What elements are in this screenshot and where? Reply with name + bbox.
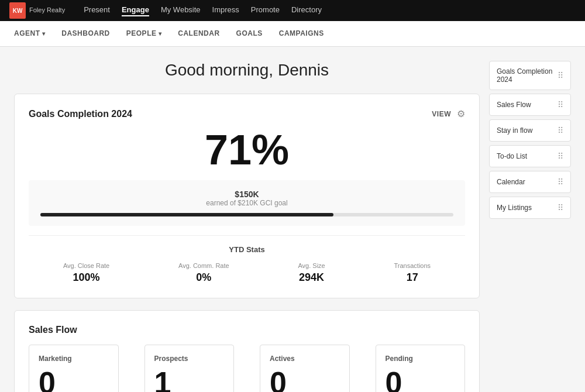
ytd-value-avg-size: 294K — [298, 271, 325, 284]
nav-promote[interactable]: Promote — [251, 5, 280, 16]
sidebar-widget-goals[interactable]: Goals Completion 2024 ⠿ — [489, 61, 571, 90]
drag-icon-listings: ⠿ — [558, 203, 563, 212]
goals-view-link[interactable]: VIEW — [432, 110, 451, 118]
ytd-value-close-rate: 100% — [63, 271, 109, 284]
sidebar-label-salesflow: Sales Flow — [497, 101, 531, 109]
sidebar-label-todo: To-do List — [497, 152, 527, 160]
goals-card-actions: VIEW ⚙ — [432, 108, 465, 119]
ytd-stat-comm-rate: Avg. Comm. Rate 0% — [178, 262, 229, 284]
logo: KW Foley Realty — [9, 2, 65, 19]
drag-icon-goals: ⠿ — [558, 71, 563, 80]
content-area: Good morning, Dennis Goals Completion 20… — [14, 61, 480, 392]
flow-stage-prospects: Prospects 1 1 people 1 transactions — [144, 345, 235, 392]
progress-bar-fill — [40, 213, 333, 216]
nav-my-website[interactable]: My Website — [161, 5, 201, 16]
subnav-campaigns[interactable]: CAMPAIGNS — [279, 21, 324, 47]
ytd-label-comm-rate: Avg. Comm. Rate — [178, 262, 229, 269]
flow-count-prospects: 1 — [154, 367, 225, 392]
nav-present[interactable]: Present — [84, 5, 110, 16]
sales-flow-card: Sales Flow Marketing 0 0 people 0 transa… — [14, 310, 480, 392]
main-layout: Good morning, Dennis Goals Completion 20… — [0, 47, 585, 392]
sidebar-label-calendar: Calendar — [497, 178, 525, 186]
sidebar-widget-listings[interactable]: My Listings ⠿ — [489, 197, 571, 219]
subnav-people[interactable]: PEOPLE — [126, 21, 161, 47]
flow-count-actives: 0 — [270, 367, 340, 392]
nav-directory[interactable]: Directory — [291, 5, 322, 16]
sidebar-widget-salesflow[interactable]: Sales Flow ⠿ — [489, 94, 571, 116]
goals-completion-card: Goals Completion 2024 VIEW ⚙ 71% $150K e… — [14, 94, 480, 298]
top-nav: KW Foley Realty Present Engage My Websit… — [0, 0, 585, 21]
flow-stage-pending: Pending 0 0 people 0 transactions — [376, 345, 466, 392]
greeting: Good morning, Dennis — [14, 61, 480, 80]
drag-icon-todo: ⠿ — [558, 152, 563, 161]
logo-subtitle: Foley Realty — [29, 6, 65, 14]
arrow-3: → — [357, 345, 369, 392]
ytd-label-avg-size: Avg. Size — [298, 262, 325, 269]
nav-impress[interactable]: Impress — [212, 5, 239, 16]
sidebar-widget-calendar[interactable]: Calendar ⠿ — [489, 171, 571, 193]
arrow-2: → — [241, 345, 253, 392]
flow-title-prospects: Prospects — [154, 355, 225, 363]
flow-stage-actives: Actives 0 0 people 0 transactions — [260, 345, 350, 392]
ytd-title: YTD Stats — [29, 245, 465, 254]
ytd-stat-avg-size: Avg. Size 294K — [298, 262, 325, 284]
subnav-agent[interactable]: AGENT — [14, 21, 45, 47]
goals-card-title: Goals Completion 2024 — [29, 109, 132, 119]
flow-title-pending: Pending — [386, 355, 456, 363]
ytd-value-comm-rate: 0% — [178, 271, 229, 284]
goals-card-header: Goals Completion 2024 VIEW ⚙ — [29, 108, 465, 119]
flow-count-marketing: 0 — [39, 367, 109, 392]
flow-count-pending: 0 — [386, 367, 456, 392]
ytd-value-transactions: 17 — [394, 271, 431, 284]
earned-sublabel: earned of $210K GCI goal — [40, 199, 453, 207]
logo-icon: KW — [9, 2, 26, 19]
top-nav-links: Present Engage My Website Impress Promot… — [84, 5, 322, 16]
ytd-stats: Avg. Close Rate 100% Avg. Comm. Rate 0% … — [29, 262, 465, 284]
gear-icon[interactable]: ⚙ — [457, 108, 465, 119]
subnav-dashboard[interactable]: DASHBOARD — [61, 21, 110, 47]
subnav-calendar[interactable]: CALENDAR — [178, 21, 219, 47]
sidebar-label-goals: Goals Completion 2024 — [497, 67, 558, 84]
ytd-stat-transactions: Transactions 17 — [394, 262, 431, 284]
flow-title-marketing: Marketing — [39, 355, 109, 363]
ytd-stat-close-rate: Avg. Close Rate 100% — [63, 262, 109, 284]
subnav-goals[interactable]: GOALS — [236, 21, 263, 47]
goals-percent: 71% — [29, 129, 465, 171]
sales-flow-title: Sales Flow — [29, 325, 77, 335]
progress-bar-wrap — [40, 213, 453, 216]
progress-section: $150K earned of $210K GCI goal — [29, 180, 465, 226]
sales-flow-grid: Marketing 0 0 people 0 transactions → Pr… — [29, 345, 465, 392]
drag-icon-stayinflow: ⠿ — [558, 126, 563, 135]
sidebar-label-listings: My Listings — [497, 204, 532, 212]
sub-nav: AGENT DASHBOARD PEOPLE CALENDAR GOALS CA… — [0, 21, 585, 47]
nav-engage[interactable]: Engage — [122, 5, 149, 16]
sidebar-widget-todo[interactable]: To-do List ⠿ — [489, 145, 571, 167]
flow-title-actives: Actives — [270, 355, 340, 363]
sidebar-label-stayinflow: Stay in flow — [497, 126, 532, 135]
drag-icon-salesflow: ⠿ — [558, 100, 563, 109]
sidebar-widget-stayinflow[interactable]: Stay in flow ⠿ — [489, 119, 571, 142]
drag-icon-calendar: ⠿ — [558, 177, 563, 187]
earned-label: $150K — [40, 190, 453, 199]
right-sidebar: Goals Completion 2024 ⠿ Sales Flow ⠿ Sta… — [489, 61, 571, 392]
sales-flow-header: Sales Flow — [29, 325, 465, 335]
ytd-label-close-rate: Avg. Close Rate — [63, 262, 109, 269]
ytd-label-transactions: Transactions — [394, 262, 431, 269]
flow-stage-marketing: Marketing 0 0 people 0 transactions — [29, 345, 119, 392]
arrow-1: → — [126, 345, 137, 392]
ytd-section: YTD Stats Avg. Close Rate 100% Avg. Comm… — [29, 235, 465, 284]
